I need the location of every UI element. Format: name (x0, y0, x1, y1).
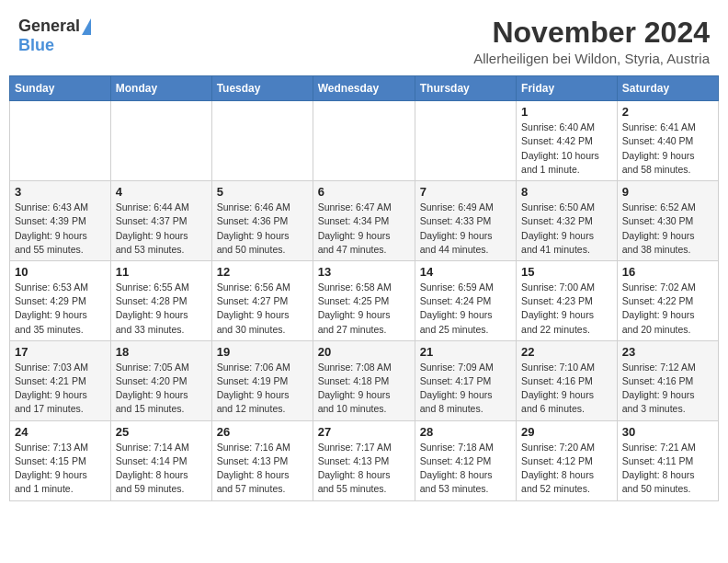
calendar-body: 1Sunrise: 6:40 AM Sunset: 4:42 PM Daylig… (10, 101, 719, 500)
header-wednesday: Wednesday (313, 76, 415, 101)
day-number: 1 (521, 105, 612, 119)
day-number: 29 (521, 425, 612, 439)
calendar-cell: 13Sunrise: 6:58 AM Sunset: 4:25 PM Dayli… (313, 260, 415, 340)
day-info: Sunrise: 7:03 AM Sunset: 4:21 PM Dayligh… (15, 361, 106, 417)
header-sunday: Sunday (10, 76, 111, 101)
calendar-cell: 24Sunrise: 7:13 AM Sunset: 4:15 PM Dayli… (10, 420, 111, 500)
day-number: 24 (15, 425, 106, 439)
day-info: Sunrise: 6:43 AM Sunset: 4:39 PM Dayligh… (15, 201, 106, 257)
day-number: 9 (622, 185, 713, 199)
day-number: 18 (116, 345, 207, 359)
calendar-cell: 4Sunrise: 6:44 AM Sunset: 4:37 PM Daylig… (110, 181, 211, 261)
calendar-cell: 17Sunrise: 7:03 AM Sunset: 4:21 PM Dayli… (10, 340, 111, 420)
day-info: Sunrise: 7:14 AM Sunset: 4:14 PM Dayligh… (116, 441, 207, 497)
day-number: 20 (318, 345, 410, 359)
calendar-cell: 8Sunrise: 6:50 AM Sunset: 4:32 PM Daylig… (517, 181, 618, 261)
day-info: Sunrise: 6:41 AM Sunset: 4:40 PM Dayligh… (622, 121, 713, 177)
calendar-cell: 26Sunrise: 7:16 AM Sunset: 4:13 PM Dayli… (211, 420, 313, 500)
day-info: Sunrise: 6:47 AM Sunset: 4:34 PM Dayligh… (318, 201, 410, 257)
calendar-week-row: 24Sunrise: 7:13 AM Sunset: 4:15 PM Dayli… (10, 420, 719, 500)
calendar-cell: 18Sunrise: 7:05 AM Sunset: 4:20 PM Dayli… (110, 340, 211, 420)
month-title: November 2024 (473, 17, 710, 49)
header-saturday: Saturday (617, 76, 718, 101)
day-number: 13 (318, 265, 410, 279)
day-number: 12 (217, 265, 308, 279)
day-info: Sunrise: 6:55 AM Sunset: 4:28 PM Dayligh… (116, 281, 207, 337)
calendar-week-row: 10Sunrise: 6:53 AM Sunset: 4:29 PM Dayli… (10, 260, 719, 340)
day-number: 21 (420, 345, 511, 359)
day-info: Sunrise: 6:53 AM Sunset: 4:29 PM Dayligh… (15, 281, 106, 337)
day-number: 26 (217, 425, 308, 439)
calendar-cell: 20Sunrise: 7:08 AM Sunset: 4:18 PM Dayli… (313, 340, 415, 420)
calendar-cell: 3Sunrise: 6:43 AM Sunset: 4:39 PM Daylig… (10, 181, 111, 261)
calendar-cell: 28Sunrise: 7:18 AM Sunset: 4:12 PM Dayli… (415, 420, 516, 500)
day-number: 5 (217, 185, 308, 199)
day-info: Sunrise: 7:06 AM Sunset: 4:19 PM Dayligh… (217, 361, 308, 417)
calendar-cell: 7Sunrise: 6:49 AM Sunset: 4:33 PM Daylig… (415, 181, 516, 261)
day-number: 10 (15, 265, 106, 279)
calendar-cell: 16Sunrise: 7:02 AM Sunset: 4:22 PM Dayli… (617, 260, 718, 340)
calendar-cell: 25Sunrise: 7:14 AM Sunset: 4:14 PM Dayli… (110, 420, 211, 500)
logo-blue: Blue (18, 36, 54, 55)
day-number: 27 (318, 425, 410, 439)
calendar-week-row: 1Sunrise: 6:40 AM Sunset: 4:42 PM Daylig… (10, 101, 719, 181)
day-info: Sunrise: 6:59 AM Sunset: 4:24 PM Dayligh… (420, 281, 511, 337)
day-info: Sunrise: 7:08 AM Sunset: 4:18 PM Dayligh… (318, 361, 410, 417)
calendar-cell: 11Sunrise: 6:55 AM Sunset: 4:28 PM Dayli… (110, 260, 211, 340)
day-number: 22 (521, 345, 612, 359)
calendar-cell: 2Sunrise: 6:41 AM Sunset: 4:40 PM Daylig… (617, 101, 718, 181)
location-title: Allerheiligen bei Wildon, Styria, Austri… (473, 51, 710, 66)
calendar-cell: 29Sunrise: 7:20 AM Sunset: 4:12 PM Dayli… (517, 420, 618, 500)
logo-general: General (18, 17, 80, 36)
calendar-cell: 21Sunrise: 7:09 AM Sunset: 4:17 PM Dayli… (415, 340, 516, 420)
day-info: Sunrise: 7:13 AM Sunset: 4:15 PM Dayligh… (15, 441, 106, 497)
day-info: Sunrise: 6:40 AM Sunset: 4:42 PM Dayligh… (521, 121, 612, 177)
day-info: Sunrise: 6:50 AM Sunset: 4:32 PM Dayligh… (521, 201, 612, 257)
day-info: Sunrise: 7:16 AM Sunset: 4:13 PM Dayligh… (217, 441, 308, 497)
header-thursday: Thursday (415, 76, 516, 101)
day-info: Sunrise: 7:21 AM Sunset: 4:11 PM Dayligh… (622, 441, 713, 497)
calendar-cell: 27Sunrise: 7:17 AM Sunset: 4:13 PM Dayli… (313, 420, 415, 500)
header-friday: Friday (517, 76, 618, 101)
calendar-cell (110, 101, 211, 181)
header-tuesday: Tuesday (211, 76, 313, 101)
day-number: 4 (116, 185, 207, 199)
day-info: Sunrise: 7:10 AM Sunset: 4:16 PM Dayligh… (521, 361, 612, 417)
day-number: 11 (116, 265, 207, 279)
calendar-cell (10, 101, 111, 181)
day-number: 8 (521, 185, 612, 199)
logo-triangle-icon (82, 18, 91, 35)
calendar-cell: 22Sunrise: 7:10 AM Sunset: 4:16 PM Dayli… (517, 340, 618, 420)
calendar-cell: 30Sunrise: 7:21 AM Sunset: 4:11 PM Dayli… (617, 420, 718, 500)
calendar-cell: 15Sunrise: 7:00 AM Sunset: 4:23 PM Dayli… (517, 260, 618, 340)
header-monday: Monday (110, 76, 211, 101)
calendar-cell: 1Sunrise: 6:40 AM Sunset: 4:42 PM Daylig… (517, 101, 618, 181)
day-number: 17 (15, 345, 106, 359)
day-info: Sunrise: 7:02 AM Sunset: 4:22 PM Dayligh… (622, 281, 713, 337)
day-info: Sunrise: 6:52 AM Sunset: 4:30 PM Dayligh… (622, 201, 713, 257)
calendar-cell: 10Sunrise: 6:53 AM Sunset: 4:29 PM Dayli… (10, 260, 111, 340)
calendar-cell (211, 101, 313, 181)
day-info: Sunrise: 7:12 AM Sunset: 4:16 PM Dayligh… (622, 361, 713, 417)
day-info: Sunrise: 6:49 AM Sunset: 4:33 PM Dayligh… (420, 201, 511, 257)
calendar-cell: 19Sunrise: 7:06 AM Sunset: 4:19 PM Dayli… (211, 340, 313, 420)
calendar-cell: 23Sunrise: 7:12 AM Sunset: 4:16 PM Dayli… (617, 340, 718, 420)
day-info: Sunrise: 7:00 AM Sunset: 4:23 PM Dayligh… (521, 281, 612, 337)
day-info: Sunrise: 7:18 AM Sunset: 4:12 PM Dayligh… (420, 441, 511, 497)
day-info: Sunrise: 7:20 AM Sunset: 4:12 PM Dayligh… (521, 441, 612, 497)
day-number: 7 (420, 185, 511, 199)
calendar-header-row: SundayMondayTuesdayWednesdayThursdayFrid… (10, 76, 719, 101)
calendar-cell (313, 101, 415, 181)
calendar-table: SundayMondayTuesdayWednesdayThursdayFrid… (9, 75, 719, 500)
calendar-week-row: 17Sunrise: 7:03 AM Sunset: 4:21 PM Dayli… (10, 340, 719, 420)
day-number: 3 (15, 185, 106, 199)
page-header: General Blue November 2024 Allerheiligen… (9, 9, 719, 72)
day-number: 28 (420, 425, 511, 439)
calendar-week-row: 3Sunrise: 6:43 AM Sunset: 4:39 PM Daylig… (10, 181, 719, 261)
day-number: 23 (622, 345, 713, 359)
calendar-cell: 6Sunrise: 6:47 AM Sunset: 4:34 PM Daylig… (313, 181, 415, 261)
day-info: Sunrise: 7:09 AM Sunset: 4:17 PM Dayligh… (420, 361, 511, 417)
day-number: 6 (318, 185, 410, 199)
logo: General Blue (18, 17, 91, 55)
day-info: Sunrise: 6:44 AM Sunset: 4:37 PM Dayligh… (116, 201, 207, 257)
